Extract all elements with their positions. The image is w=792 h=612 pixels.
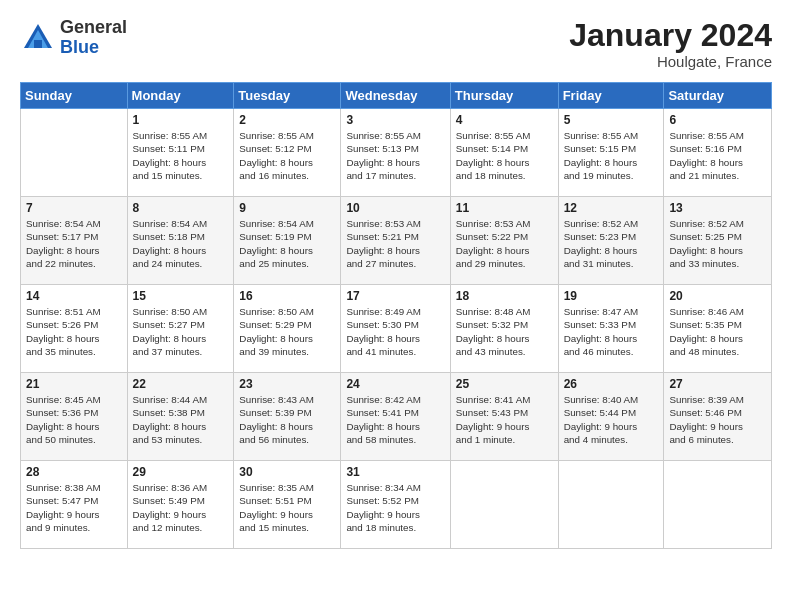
calendar-cell: 11Sunrise: 8:53 AM Sunset: 5:22 PM Dayli… xyxy=(450,197,558,285)
col-friday: Friday xyxy=(558,83,664,109)
calendar-cell: 12Sunrise: 8:52 AM Sunset: 5:23 PM Dayli… xyxy=(558,197,664,285)
day-number: 29 xyxy=(133,465,229,479)
day-info: Sunrise: 8:46 AM Sunset: 5:35 PM Dayligh… xyxy=(669,305,766,358)
day-number: 12 xyxy=(564,201,659,215)
day-info: Sunrise: 8:55 AM Sunset: 5:14 PM Dayligh… xyxy=(456,129,553,182)
calendar-cell: 17Sunrise: 8:49 AM Sunset: 5:30 PM Dayli… xyxy=(341,285,450,373)
day-info: Sunrise: 8:49 AM Sunset: 5:30 PM Dayligh… xyxy=(346,305,444,358)
day-number: 31 xyxy=(346,465,444,479)
day-info: Sunrise: 8:41 AM Sunset: 5:43 PM Dayligh… xyxy=(456,393,553,446)
day-info: Sunrise: 8:55 AM Sunset: 5:13 PM Dayligh… xyxy=(346,129,444,182)
day-number: 23 xyxy=(239,377,335,391)
calendar-cell: 8Sunrise: 8:54 AM Sunset: 5:18 PM Daylig… xyxy=(127,197,234,285)
logo-general: General xyxy=(60,18,127,38)
day-number: 1 xyxy=(133,113,229,127)
day-info: Sunrise: 8:55 AM Sunset: 5:12 PM Dayligh… xyxy=(239,129,335,182)
calendar-week-5: 28Sunrise: 8:38 AM Sunset: 5:47 PM Dayli… xyxy=(21,461,772,549)
col-tuesday: Tuesday xyxy=(234,83,341,109)
calendar-cell: 28Sunrise: 8:38 AM Sunset: 5:47 PM Dayli… xyxy=(21,461,128,549)
calendar-cell xyxy=(450,461,558,549)
day-number: 28 xyxy=(26,465,122,479)
day-info: Sunrise: 8:53 AM Sunset: 5:22 PM Dayligh… xyxy=(456,217,553,270)
logo-text: General Blue xyxy=(60,18,127,58)
day-number: 4 xyxy=(456,113,553,127)
day-number: 25 xyxy=(456,377,553,391)
day-number: 15 xyxy=(133,289,229,303)
calendar-cell xyxy=(558,461,664,549)
calendar-cell: 16Sunrise: 8:50 AM Sunset: 5:29 PM Dayli… xyxy=(234,285,341,373)
day-info: Sunrise: 8:39 AM Sunset: 5:46 PM Dayligh… xyxy=(669,393,766,446)
day-number: 7 xyxy=(26,201,122,215)
day-info: Sunrise: 8:48 AM Sunset: 5:32 PM Dayligh… xyxy=(456,305,553,358)
day-number: 10 xyxy=(346,201,444,215)
calendar-cell: 18Sunrise: 8:48 AM Sunset: 5:32 PM Dayli… xyxy=(450,285,558,373)
calendar-cell: 15Sunrise: 8:50 AM Sunset: 5:27 PM Dayli… xyxy=(127,285,234,373)
day-number: 24 xyxy=(346,377,444,391)
logo: General Blue xyxy=(20,18,127,58)
page: General Blue January 2024 Houlgate, Fran… xyxy=(0,0,792,612)
calendar-week-1: 1Sunrise: 8:55 AM Sunset: 5:11 PM Daylig… xyxy=(21,109,772,197)
calendar-cell: 7Sunrise: 8:54 AM Sunset: 5:17 PM Daylig… xyxy=(21,197,128,285)
day-number: 26 xyxy=(564,377,659,391)
day-info: Sunrise: 8:35 AM Sunset: 5:51 PM Dayligh… xyxy=(239,481,335,534)
calendar-cell: 31Sunrise: 8:34 AM Sunset: 5:52 PM Dayli… xyxy=(341,461,450,549)
calendar-cell: 10Sunrise: 8:53 AM Sunset: 5:21 PM Dayli… xyxy=(341,197,450,285)
calendar-cell: 13Sunrise: 8:52 AM Sunset: 5:25 PM Dayli… xyxy=(664,197,772,285)
day-info: Sunrise: 8:42 AM Sunset: 5:41 PM Dayligh… xyxy=(346,393,444,446)
calendar-cell: 9Sunrise: 8:54 AM Sunset: 5:19 PM Daylig… xyxy=(234,197,341,285)
calendar-cell: 30Sunrise: 8:35 AM Sunset: 5:51 PM Dayli… xyxy=(234,461,341,549)
day-info: Sunrise: 8:45 AM Sunset: 5:36 PM Dayligh… xyxy=(26,393,122,446)
day-info: Sunrise: 8:51 AM Sunset: 5:26 PM Dayligh… xyxy=(26,305,122,358)
day-info: Sunrise: 8:47 AM Sunset: 5:33 PM Dayligh… xyxy=(564,305,659,358)
calendar-cell xyxy=(21,109,128,197)
calendar-cell: 4Sunrise: 8:55 AM Sunset: 5:14 PM Daylig… xyxy=(450,109,558,197)
calendar-cell: 25Sunrise: 8:41 AM Sunset: 5:43 PM Dayli… xyxy=(450,373,558,461)
calendar-cell: 24Sunrise: 8:42 AM Sunset: 5:41 PM Dayli… xyxy=(341,373,450,461)
calendar-cell: 27Sunrise: 8:39 AM Sunset: 5:46 PM Dayli… xyxy=(664,373,772,461)
title-block: January 2024 Houlgate, France xyxy=(569,18,772,70)
day-number: 14 xyxy=(26,289,122,303)
day-info: Sunrise: 8:54 AM Sunset: 5:19 PM Dayligh… xyxy=(239,217,335,270)
day-number: 3 xyxy=(346,113,444,127)
calendar-cell: 20Sunrise: 8:46 AM Sunset: 5:35 PM Dayli… xyxy=(664,285,772,373)
day-number: 27 xyxy=(669,377,766,391)
day-number: 9 xyxy=(239,201,335,215)
day-info: Sunrise: 8:55 AM Sunset: 5:16 PM Dayligh… xyxy=(669,129,766,182)
day-number: 6 xyxy=(669,113,766,127)
calendar-cell: 22Sunrise: 8:44 AM Sunset: 5:38 PM Dayli… xyxy=(127,373,234,461)
calendar-cell: 14Sunrise: 8:51 AM Sunset: 5:26 PM Dayli… xyxy=(21,285,128,373)
day-number: 30 xyxy=(239,465,335,479)
calendar-cell: 29Sunrise: 8:36 AM Sunset: 5:49 PM Dayli… xyxy=(127,461,234,549)
calendar-week-3: 14Sunrise: 8:51 AM Sunset: 5:26 PM Dayli… xyxy=(21,285,772,373)
day-info: Sunrise: 8:54 AM Sunset: 5:17 PM Dayligh… xyxy=(26,217,122,270)
col-sunday: Sunday xyxy=(21,83,128,109)
day-number: 8 xyxy=(133,201,229,215)
calendar-cell: 5Sunrise: 8:55 AM Sunset: 5:15 PM Daylig… xyxy=(558,109,664,197)
calendar-cell: 26Sunrise: 8:40 AM Sunset: 5:44 PM Dayli… xyxy=(558,373,664,461)
calendar-header-row: Sunday Monday Tuesday Wednesday Thursday… xyxy=(21,83,772,109)
day-info: Sunrise: 8:40 AM Sunset: 5:44 PM Dayligh… xyxy=(564,393,659,446)
calendar-cell: 3Sunrise: 8:55 AM Sunset: 5:13 PM Daylig… xyxy=(341,109,450,197)
day-info: Sunrise: 8:50 AM Sunset: 5:29 PM Dayligh… xyxy=(239,305,335,358)
day-number: 20 xyxy=(669,289,766,303)
day-number: 22 xyxy=(133,377,229,391)
day-info: Sunrise: 8:50 AM Sunset: 5:27 PM Dayligh… xyxy=(133,305,229,358)
day-info: Sunrise: 8:52 AM Sunset: 5:23 PM Dayligh… xyxy=(564,217,659,270)
day-number: 21 xyxy=(26,377,122,391)
logo-icon xyxy=(20,20,56,56)
day-number: 17 xyxy=(346,289,444,303)
col-saturday: Saturday xyxy=(664,83,772,109)
calendar-week-4: 21Sunrise: 8:45 AM Sunset: 5:36 PM Dayli… xyxy=(21,373,772,461)
calendar-cell: 6Sunrise: 8:55 AM Sunset: 5:16 PM Daylig… xyxy=(664,109,772,197)
month-title: January 2024 xyxy=(569,18,772,53)
day-info: Sunrise: 8:38 AM Sunset: 5:47 PM Dayligh… xyxy=(26,481,122,534)
day-number: 13 xyxy=(669,201,766,215)
calendar-cell: 23Sunrise: 8:43 AM Sunset: 5:39 PM Dayli… xyxy=(234,373,341,461)
calendar-cell: 19Sunrise: 8:47 AM Sunset: 5:33 PM Dayli… xyxy=(558,285,664,373)
day-info: Sunrise: 8:55 AM Sunset: 5:11 PM Dayligh… xyxy=(133,129,229,182)
day-number: 5 xyxy=(564,113,659,127)
day-info: Sunrise: 8:34 AM Sunset: 5:52 PM Dayligh… xyxy=(346,481,444,534)
day-number: 11 xyxy=(456,201,553,215)
col-thursday: Thursday xyxy=(450,83,558,109)
day-info: Sunrise: 8:54 AM Sunset: 5:18 PM Dayligh… xyxy=(133,217,229,270)
